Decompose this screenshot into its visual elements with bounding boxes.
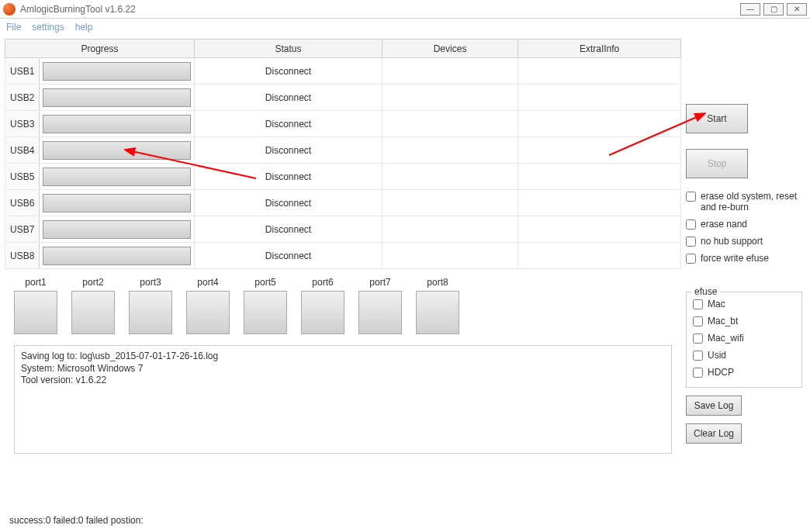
ports-row: port1 port2 port3 port4 port5 port6 port…	[5, 269, 681, 342]
table-row: USB8Disconnect	[5, 243, 681, 269]
clear-log-button[interactable]: Clear Log	[686, 423, 742, 444]
port-box[interactable]	[244, 291, 287, 334]
usb-table: Progress Status Devices ExtraIInfo USB1D…	[5, 39, 681, 269]
menu-file[interactable]: File	[6, 22, 21, 33]
chk-hdcp[interactable]	[693, 368, 703, 378]
progress-bar	[43, 194, 191, 212]
table-row: USB1Disconnect	[5, 58, 681, 85]
table-row: USB2Disconnect	[5, 85, 681, 111]
table-row: USB6Disconnect	[5, 190, 681, 216]
port-box[interactable]	[416, 291, 459, 334]
progress-bar	[43, 115, 191, 133]
table-row: USB5Disconnect	[5, 164, 681, 190]
chk-mac[interactable]	[693, 299, 703, 309]
th-devices: Devices	[382, 40, 518, 58]
minimize-button[interactable]: —	[740, 3, 760, 16]
chk-force-efuse[interactable]	[686, 254, 696, 264]
progress-bar	[43, 220, 191, 239]
port-box[interactable]	[71, 291, 115, 334]
progress-bar	[43, 247, 191, 265]
app-icon	[3, 3, 16, 16]
port-box[interactable]	[129, 291, 172, 334]
chk-usid[interactable]	[693, 351, 703, 361]
th-status: Status	[195, 40, 382, 58]
port-box[interactable]	[14, 291, 57, 334]
chk-mac-bt[interactable]	[693, 316, 703, 326]
start-button[interactable]: Start	[686, 104, 748, 133]
chk-erase-nand[interactable]	[686, 219, 696, 230]
menu-settings[interactable]: settings	[32, 22, 64, 33]
title-bar: AmlogicBurningTool v1.6.22 — ▢ ✕	[0, 0, 810, 19]
save-log-button[interactable]: Save Log	[686, 396, 742, 416]
chk-mac-wifi[interactable]	[693, 333, 703, 344]
port-box[interactable]	[301, 291, 344, 334]
table-row: USB7Disconnect	[5, 216, 681, 243]
port-box[interactable]	[186, 291, 230, 334]
log-box[interactable]: Saving log to: log\usb_2015-07-01-17-26-…	[14, 345, 672, 454]
window-title: AmlogicBurningTool v1.6.22	[20, 4, 740, 15]
th-extra: ExtraIInfo	[518, 40, 681, 58]
menu-bar: File settings help	[0, 19, 810, 36]
table-row: USB4Disconnect	[5, 137, 681, 164]
port-box[interactable]	[358, 291, 402, 334]
th-progress: Progress	[5, 40, 195, 58]
stop-button[interactable]: Stop	[686, 149, 748, 178]
maximize-button[interactable]: ▢	[763, 3, 784, 16]
chk-erase-old[interactable]	[686, 192, 696, 202]
table-row: USB3Disconnect	[5, 111, 681, 137]
efuse-group: efuse Mac Mac_bt Mac_wifi Usid HDCP	[686, 292, 802, 388]
menu-help[interactable]: help	[75, 22, 93, 33]
progress-bar	[43, 141, 191, 160]
status-bar: success:0 failed:0 failed postion:	[9, 515, 144, 526]
progress-bar	[43, 88, 191, 107]
progress-bar	[43, 62, 191, 81]
progress-bar	[43, 168, 191, 186]
close-button[interactable]: ✕	[787, 3, 807, 16]
chk-no-hub[interactable]	[686, 237, 696, 247]
